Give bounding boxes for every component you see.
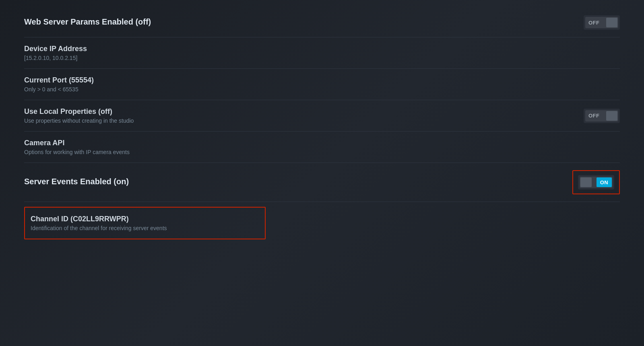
channel-id-title: Channel ID (C02LL9RRWPR) [31, 215, 167, 223]
server-events-title: Server Events Enabled (on) [24, 177, 129, 186]
device-ip-title: Device IP Address [24, 45, 87, 53]
use-local-properties-toggle-track: OFF [585, 110, 618, 122]
camera-api-subtitle: Options for working with IP camera event… [24, 149, 130, 155]
device-ip-row: Device IP Address [15.2.0.10, 10.0.2.15] [24, 37, 620, 69]
web-server-params-row: Web Server Params Enabled (off) OFF [24, 8, 620, 37]
server-events-toggle[interactable]: ON [578, 175, 614, 189]
server-events-text: Server Events Enabled (on) [24, 177, 129, 188]
camera-api-row: Camera API Options for working with IP c… [24, 132, 620, 163]
channel-id-text: Channel ID (C02LL9RRWPR) Identification … [31, 215, 167, 231]
server-events-toggle-thumb [580, 177, 592, 187]
server-events-toggle-track: ON [580, 177, 613, 188]
web-server-params-toggle-label: OFF [588, 20, 600, 26]
use-local-properties-toggle[interactable]: OFF [584, 109, 620, 123]
use-local-properties-title: Use Local Properties (off) [24, 107, 134, 116]
server-events-toggle-wrapper: ON [572, 170, 620, 194]
web-server-params-toggle-thumb [606, 18, 617, 27]
device-ip-subtitle: [15.2.0.10, 10.0.2.15] [24, 55, 87, 61]
device-ip-text: Device IP Address [15.2.0.10, 10.0.2.15] [24, 45, 87, 61]
use-local-properties-row: Use Local Properties (off) Use propertie… [24, 100, 620, 132]
use-local-properties-toggle-thumb [606, 111, 617, 121]
server-events-toggle-label: ON [600, 179, 609, 185]
server-events-row: Server Events Enabled (on) ON [24, 163, 620, 202]
current-port-subtitle: Only > 0 and < 65535 [24, 86, 94, 93]
use-local-properties-text: Use Local Properties (off) Use propertie… [24, 107, 134, 124]
web-server-params-toggle-track: OFF [585, 17, 618, 28]
web-server-params-text: Web Server Params Enabled (off) [24, 17, 151, 28]
web-server-params-toggle[interactable]: OFF [584, 15, 620, 30]
current-port-text: Current Port (55554) Only > 0 and < 6553… [24, 76, 94, 93]
channel-id-container: Channel ID (C02LL9RRWPR) Identification … [24, 202, 620, 244]
camera-api-title: Camera API [24, 139, 130, 147]
web-server-params-title: Web Server Params Enabled (off) [24, 17, 151, 27]
use-local-properties-toggle-label: OFF [588, 113, 600, 119]
channel-id-row[interactable]: Channel ID (C02LL9RRWPR) Identification … [24, 207, 266, 239]
settings-panel: Web Server Params Enabled (off) OFF Devi… [0, 0, 644, 252]
current-port-title: Current Port (55554) [24, 76, 94, 84]
camera-api-text: Camera API Options for working with IP c… [24, 139, 130, 155]
server-events-toggle-active: ON [597, 177, 612, 187]
channel-id-subtitle: Identification of the channel for receiv… [31, 225, 167, 231]
current-port-row: Current Port (55554) Only > 0 and < 6553… [24, 69, 620, 100]
use-local-properties-subtitle: Use properties without creating in the s… [24, 117, 134, 124]
